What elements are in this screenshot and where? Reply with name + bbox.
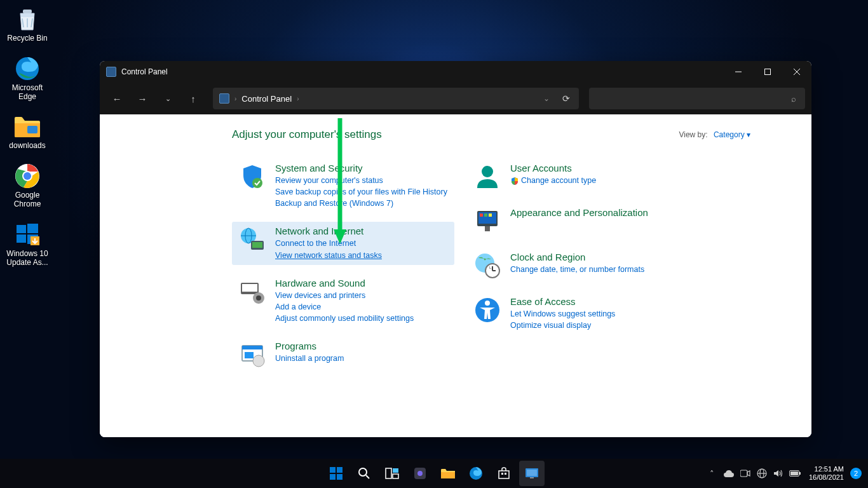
svg-rect-53 <box>393 474 398 478</box>
address-bar[interactable]: › Control Panel › ⌄ ⟳ <box>213 88 579 109</box>
desktop-icons: Recycle Bin Microsoft Edge downloads Goo… <box>4 5 51 267</box>
category-link[interactable]: Connect to the Internet <box>275 238 448 249</box>
volume-icon[interactable] <box>772 467 785 480</box>
folder-icon <box>13 112 41 140</box>
category-heading[interactable]: Clock and Region <box>510 252 670 262</box>
svg-rect-57 <box>499 471 509 478</box>
category-heading[interactable]: Appearance and Personalization <box>510 207 670 218</box>
clock[interactable]: 12:51 AM 16/08/2021 <box>809 465 844 482</box>
control-panel-button[interactable] <box>519 461 545 486</box>
desktop-icon-label: Microsoft Edge <box>4 84 51 102</box>
task-view-button[interactable] <box>379 461 405 486</box>
desktop-icon-edge[interactable]: Microsoft Edge <box>4 55 51 102</box>
onedrive-icon[interactable] <box>722 467 735 480</box>
file-explorer-button[interactable] <box>435 461 461 486</box>
category-heading[interactable]: System and Security <box>275 163 448 173</box>
titlebar[interactable]: Control Panel <box>100 61 811 83</box>
desktop-icon-label: Recycle Bin <box>7 34 47 43</box>
breadcrumb-item[interactable]: Control Panel <box>241 94 292 104</box>
desktop-icon-downloads[interactable]: downloads <box>4 112 51 151</box>
tray-expand-icon[interactable]: ˄ <box>706 467 719 480</box>
category-link[interactable]: Backup and Restore (Windows 7) <box>275 198 448 209</box>
meet-now-icon[interactable] <box>739 467 752 480</box>
category-link[interactable]: View network status and tasks <box>275 250 448 261</box>
svg-point-15 <box>252 178 262 188</box>
system-tray: ˄ 12:51 AM 16/08/2021 2 <box>706 465 862 482</box>
up-button[interactable]: ↑ <box>182 88 204 109</box>
svg-rect-68 <box>790 471 798 475</box>
edge-button[interactable] <box>463 461 489 486</box>
clock-time: 12:51 AM <box>809 465 844 473</box>
category-item: Ease of AccessLet Windows suggest settin… <box>467 292 677 335</box>
recycle-bin-icon <box>13 5 41 33</box>
view-by-dropdown[interactable]: Category ▾ <box>714 130 750 139</box>
svg-rect-22 <box>242 284 257 292</box>
category-heading[interactable]: User Accounts <box>510 163 670 173</box>
svg-rect-0 <box>23 10 32 13</box>
desktop-icon-label: Windows 10 Update As... <box>4 250 51 268</box>
category-link[interactable]: Adjust commonly used mobility settings <box>275 313 448 324</box>
widgets-button[interactable] <box>407 461 433 486</box>
category-link[interactable]: Optimize visual display <box>510 320 670 331</box>
notification-button[interactable]: 2 <box>850 468 862 479</box>
svg-rect-26 <box>242 346 262 349</box>
category-icon <box>238 226 266 254</box>
category-icon: L <box>473 252 501 280</box>
control-panel-icon <box>219 93 229 104</box>
search-button[interactable] <box>351 461 377 486</box>
category-item: System and SecurityReview your computer'… <box>232 159 454 213</box>
svg-rect-20 <box>252 242 262 248</box>
category-link[interactable]: Change account type <box>510 175 670 186</box>
back-button[interactable]: ← <box>106 88 128 109</box>
chevron-down-icon[interactable]: ⌄ <box>538 94 555 103</box>
category-link[interactable]: Uninstall a program <box>275 353 448 364</box>
desktop-icon-label: downloads <box>9 142 45 151</box>
category-heading[interactable]: Ease of Access <box>510 296 670 307</box>
clock-date: 16/08/2021 <box>809 473 844 482</box>
store-button[interactable] <box>491 461 517 486</box>
recent-dropdown[interactable]: ⌄ <box>157 88 179 109</box>
close-button[interactable] <box>782 61 811 83</box>
category-item: Network and InternetConnect to the Inter… <box>232 222 454 264</box>
svg-rect-7 <box>27 224 38 233</box>
battery-icon[interactable] <box>789 467 801 480</box>
control-panel-icon <box>106 67 116 77</box>
svg-rect-32 <box>480 214 483 217</box>
category-link[interactable]: View devices and printers <box>275 290 448 301</box>
desktop-icon-win10-update[interactable]: Windows 10 Update As... <box>4 220 51 268</box>
start-button[interactable] <box>323 461 349 486</box>
svg-rect-59 <box>505 473 506 475</box>
content-area: Adjust your computer's settings View by:… <box>100 114 811 437</box>
search-input[interactable]: ⌕ <box>589 88 805 109</box>
category-icon <box>473 163 501 191</box>
category-icon <box>473 207 501 235</box>
category-heading[interactable]: Network and Internet <box>275 226 448 236</box>
category-link[interactable]: Save backup copies of your files with Fi… <box>275 186 448 198</box>
category-link[interactable]: Review your computer's status <box>275 175 448 186</box>
category-item: User AccountsChange account type <box>467 159 677 194</box>
control-panel-window: Control Panel ← → ⌄ ↑ › Control Panel › … <box>100 61 811 437</box>
minimize-button[interactable] <box>724 61 753 83</box>
svg-rect-8 <box>17 234 26 243</box>
category-item: ProgramsUninstall a program <box>232 337 454 372</box>
svg-rect-46 <box>337 467 342 473</box>
network-icon[interactable] <box>756 467 768 480</box>
category-link[interactable]: Let Windows suggest settings <box>510 308 670 320</box>
refresh-button[interactable]: ⟳ <box>560 93 573 104</box>
category-item: Hardware and SoundView devices and print… <box>232 274 454 328</box>
svg-rect-51 <box>386 468 391 478</box>
svg-rect-47 <box>330 474 336 480</box>
category-link[interactable]: Change date, time, or number formats <box>510 264 670 275</box>
desktop-icon-recycle-bin[interactable]: Recycle Bin <box>4 5 51 43</box>
svg-rect-62 <box>530 477 534 478</box>
desktop-icon-chrome[interactable]: Google Chrome <box>4 162 51 209</box>
category-heading[interactable]: Hardware and Sound <box>275 278 448 288</box>
svg-line-50 <box>366 475 369 478</box>
category-link[interactable]: Add a device <box>275 301 448 313</box>
category-heading[interactable]: Programs <box>275 341 448 351</box>
svg-rect-63 <box>740 470 747 477</box>
view-by-label: View by: <box>679 130 707 139</box>
toolbar: ← → ⌄ ↑ › Control Panel › ⌄ ⟳ ⌕ <box>100 83 811 114</box>
forward-button[interactable]: → <box>132 88 153 109</box>
maximize-button[interactable] <box>753 61 782 83</box>
